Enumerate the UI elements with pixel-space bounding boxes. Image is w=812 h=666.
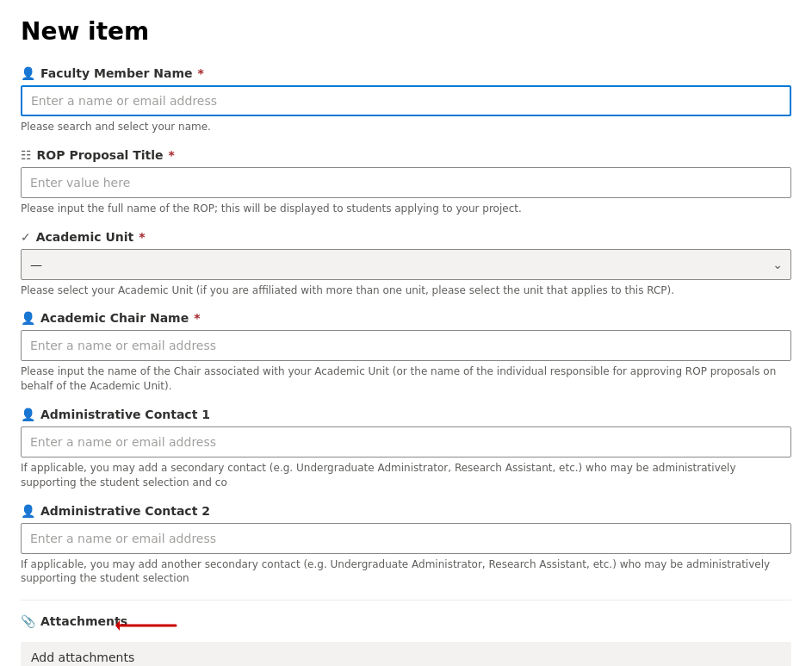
administrative-contact-2-hint: If applicable, you may add another secon… — [21, 557, 791, 587]
person-icon-2: 👤 — [21, 311, 35, 325]
academic-unit-select[interactable]: — — [21, 249, 791, 280]
faculty-member-name-hint: Please search and select your name. — [21, 120, 791, 134]
person-icon-3: 👤 — [21, 408, 35, 421]
rop-proposal-title-hint: Please input the full name of the ROP; t… — [21, 202, 791, 216]
required-indicator: * — [194, 311, 200, 325]
academic-chair-name-hint: Please input the name of the Chair assoc… — [21, 364, 791, 394]
person-icon: 👤 — [21, 66, 35, 80]
rop-proposal-title-label: ☷ ROP Proposal Title * — [21, 148, 791, 162]
required-indicator: * — [198, 66, 204, 80]
administrative-contact-2-input[interactable] — [21, 523, 791, 554]
arrow-annotation — [115, 610, 184, 641]
rop-proposal-title-field: ☷ ROP Proposal Title * Please input the … — [21, 148, 791, 216]
academic-unit-hint: Please select your Academic Unit (if you… — [21, 283, 791, 298]
administrative-contact-2-field: 👤 Administrative Contact 2 If applicable… — [21, 504, 791, 587]
paperclip-icon: 📎 — [21, 614, 35, 628]
academic-unit-field: ✓ Academic Unit * — Please select your A… — [21, 230, 791, 298]
person-icon-4: 👤 — [21, 504, 35, 518]
checkmark-icon: ✓ — [21, 230, 31, 244]
page-title: New item — [21, 17, 791, 46]
faculty-member-name-input[interactable] — [21, 85, 791, 116]
required-indicator: * — [169, 148, 175, 162]
administrative-contact-1-label: 👤 Administrative Contact 1 — [21, 408, 791, 421]
add-attachments-button[interactable]: Add attachments — [21, 642, 791, 666]
academic-chair-name-input[interactable] — [21, 330, 791, 361]
faculty-member-name-field: 👤 Faculty Member Name * Please search an… — [21, 66, 791, 134]
rop-proposal-title-input[interactable] — [21, 167, 791, 198]
table-icon: ☷ — [21, 148, 32, 162]
administrative-contact-1-field: 👤 Administrative Contact 1 If applicable… — [21, 408, 791, 490]
administrative-contact-1-hint: If applicable, you may add a secondary c… — [21, 461, 791, 490]
required-indicator: * — [139, 230, 145, 244]
administrative-contact-1-input[interactable] — [21, 426, 791, 457]
divider — [21, 600, 791, 601]
faculty-member-name-label: 👤 Faculty Member Name * — [21, 66, 791, 80]
academic-chair-name-field: 👤 Academic Chair Name * Please input the… — [21, 311, 791, 394]
academic-chair-name-label: 👤 Academic Chair Name * — [21, 311, 791, 325]
svg-marker-0 — [115, 620, 120, 631]
academic-unit-select-wrapper: — — [21, 249, 791, 280]
attachments-section: 📎 Attachments Add attachments — [21, 614, 791, 666]
administrative-contact-2-label: 👤 Administrative Contact 2 — [21, 504, 791, 518]
academic-unit-label: ✓ Academic Unit * — [21, 230, 791, 244]
attachments-label: 📎 Attachments — [21, 614, 127, 628]
